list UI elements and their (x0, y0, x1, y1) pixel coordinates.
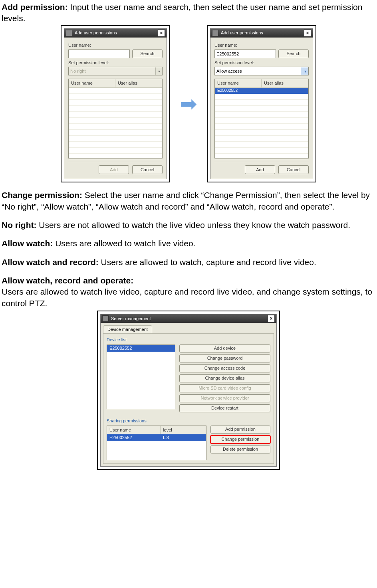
permission-level-select[interactable]: Allow access ▾ (214, 67, 309, 75)
figure-server-management: Server management × Device management De… (2, 311, 375, 470)
text-allow-watch-record: Users are allowed to watch, capture and … (99, 257, 316, 267)
col-user-name: User name (215, 79, 262, 87)
cancel-button[interactable]: Cancel (132, 165, 163, 174)
permission-level-value: Allow access (215, 68, 302, 74)
network-provider-button[interactable]: Network service provider (179, 394, 270, 402)
para-add-permission: Add permission: Input the user name and … (2, 2, 375, 24)
para-no-right: No right: Users are not allowed to watch… (2, 220, 375, 231)
app-icon (102, 315, 109, 322)
cell-user-name: E25002552 (107, 434, 161, 441)
tab-panel: Device list E25002552 Add device Change … (103, 333, 274, 464)
col-user-alias: User alias (115, 79, 162, 87)
dialog-add-user-permissions: Add user permissions × User name: Search… (210, 28, 313, 180)
permission-buttons: Add permission Change permission Delete … (210, 426, 270, 461)
col-user-name: User name (107, 426, 161, 434)
dialog-add-user-permissions: Add user permissions × User name: Search… (64, 28, 167, 180)
tab-device-management[interactable]: Device management (103, 325, 152, 333)
username-label: User name: (68, 42, 163, 48)
close-icon[interactable]: × (158, 30, 165, 37)
cell-user-alias (262, 88, 308, 93)
figure-add-permission-dialogs: Add user permissions × User name: Search… (2, 25, 375, 183)
device-list-row: E25002552 Add device Change password Cha… (107, 344, 270, 412)
table-row[interactable]: E25002552 (215, 88, 308, 94)
search-button[interactable]: Search (132, 49, 163, 58)
device-buttons: Add device Change password Change access… (179, 344, 270, 412)
change-permission-button[interactable]: Change permission (210, 436, 270, 443)
group-device-list-title: Device list (107, 337, 270, 343)
para-allow-watch-record-operate: Allow watch, record and operate: Users a… (2, 275, 375, 309)
label-change-permission: Change permission: (2, 190, 82, 200)
text-allow-watch-record-operate: Users are allowed to watch live video, c… (2, 287, 372, 307)
label-allow-watch: Allow watch: (2, 239, 53, 248)
label-allow-watch-record-operate: Allow watch, record and operate: (2, 276, 133, 285)
col-user-name: User name (69, 79, 115, 87)
device-restart-button[interactable]: Device restart (179, 404, 270, 412)
cell-user-name: E25002552 (215, 88, 262, 93)
dialog-title: Server management (111, 316, 265, 322)
add-permission-button[interactable]: Add permission (210, 426, 270, 434)
close-icon[interactable]: × (268, 315, 275, 322)
titlebar: Add user permissions × (64, 29, 167, 38)
permission-level-select[interactable]: No right ▾ (68, 67, 163, 75)
sd-card-config-button[interactable]: Micro SD card video config (179, 384, 270, 392)
dialog-body: User name: Search Set permisson level: A… (210, 38, 313, 179)
username-label: User name: (214, 42, 309, 48)
para-allow-watch-record: Allow watch and record: Users are allowe… (2, 257, 375, 268)
para-allow-watch: Allow watch: Users are allowed to watch … (2, 238, 375, 249)
col-user-alias: User alias (262, 79, 308, 87)
para-change-permission: Change permission: Select the user name … (2, 190, 375, 212)
results-table: User name User alias E25002552 (214, 79, 309, 158)
app-icon (66, 30, 72, 36)
add-button[interactable]: Add (245, 165, 275, 174)
titlebar: Add user permissions × (210, 29, 313, 38)
dialog-server-management: Server management × Device management De… (100, 314, 277, 467)
setperm-label: Set permisson level: (214, 60, 309, 66)
text-no-right: Users are not allowed to watch the live … (36, 220, 350, 230)
dialog-body: User name: Search Set permission level: … (64, 38, 167, 179)
delete-permission-button[interactable]: Delete permission (210, 445, 270, 453)
dialog-title: Add user permissions (75, 30, 155, 36)
label-no-right: No right: (2, 220, 36, 230)
change-password-button[interactable]: Change password (179, 354, 270, 362)
close-icon[interactable]: × (304, 30, 311, 37)
username-input[interactable] (68, 49, 130, 58)
search-button[interactable]: Search (278, 49, 309, 58)
table-row[interactable]: E25002552 l..3 (107, 434, 206, 441)
results-table: User name User alias (68, 79, 163, 158)
tab-strip: Device management (101, 323, 276, 333)
device-list[interactable]: E25002552 (107, 344, 175, 409)
group-sharing-title: Sharing permissions (107, 418, 270, 424)
label-add-permission: Add permission: (2, 2, 68, 12)
text-allow-watch: Users are allowed to watch live video. (53, 239, 195, 248)
col-level: level (161, 426, 206, 434)
arrow-right-icon: ➡ (180, 90, 197, 118)
screenshot-add-user-permissions-empty: Add user permissions × User name: Search… (61, 25, 170, 183)
change-device-alias-button[interactable]: Change device alias (179, 374, 270, 382)
add-device-button[interactable]: Add device (179, 344, 270, 352)
screenshot-add-user-permissions-filled: Add user permissions × User name: Search… (207, 25, 316, 183)
group-sharing: Sharing permissions User name level E250… (107, 418, 270, 461)
permission-level-value: No right (69, 68, 155, 74)
screenshot-server-management: Server management × Device management De… (97, 311, 280, 470)
change-access-code-button[interactable]: Change access code (179, 364, 270, 372)
setperm-label: Set permission level: (68, 60, 163, 66)
device-list-item[interactable]: E25002552 (107, 345, 175, 352)
titlebar: Server management × (101, 314, 276, 323)
permissions-table: User name level E25002552 l..3 (107, 426, 206, 461)
app-icon (212, 30, 218, 36)
label-allow-watch-record: Allow watch and record: (2, 257, 99, 267)
chevron-down-icon: ▾ (302, 67, 308, 75)
cancel-button[interactable]: Cancel (278, 165, 309, 174)
add-button[interactable]: Add (99, 165, 129, 174)
dialog-title: Add user permissions (221, 30, 302, 36)
username-input[interactable] (214, 49, 276, 58)
chevron-down-icon: ▾ (155, 67, 162, 75)
cell-level: l..3 (161, 434, 206, 441)
